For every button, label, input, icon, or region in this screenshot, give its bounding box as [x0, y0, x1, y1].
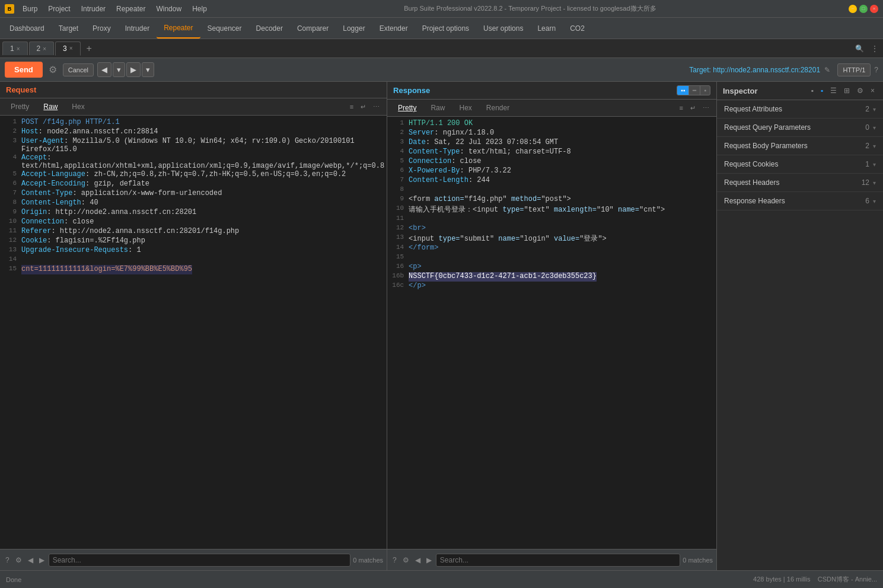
nav-intruder[interactable]: Intruder: [118, 18, 157, 39]
nav-target[interactable]: Target: [52, 18, 85, 39]
nav-user-options[interactable]: User options: [476, 18, 530, 39]
close-button[interactable]: ×: [870, 5, 878, 13]
nav-project-options[interactable]: Project options: [415, 18, 476, 39]
request-search-input[interactable]: [49, 554, 351, 567]
response-search-forward-icon[interactable]: ▶: [425, 554, 433, 566]
nav-sequencer[interactable]: Sequencer: [200, 18, 249, 39]
view-toggle-horizontal[interactable]: ━: [689, 86, 700, 95]
view-toggle-single[interactable]: ▪: [700, 86, 710, 95]
table-row: 6X-Powered-By: PHP/7.3.22: [387, 167, 716, 176]
list-item[interactable]: Response Headers6▾: [717, 192, 883, 210]
inspector-panel: Inspector ▪ ▪ ☰ ⊞ ⚙ × Request Attributes…: [717, 82, 883, 570]
response-more-icon[interactable]: ⋯: [700, 103, 712, 113]
nav-learn[interactable]: Learn: [530, 18, 563, 39]
list-item[interactable]: Request Attributes2▾: [717, 100, 883, 119]
response-tab-hex[interactable]: Hex: [453, 102, 477, 114]
inspector-view-icon1[interactable]: ▪: [808, 85, 815, 96]
response-format-icon[interactable]: ≡: [677, 103, 686, 113]
cancel-button[interactable]: Cancel: [63, 63, 94, 76]
request-more-icon[interactable]: ⋯: [371, 102, 382, 112]
menu-items: Burp Project Intruder Repeater Window He…: [18, 4, 212, 14]
table-row: 16c</p>: [387, 282, 716, 291]
inspector-close-icon[interactable]: ×: [868, 85, 877, 96]
list-item[interactable]: Request Headers12▾: [717, 174, 883, 192]
add-tab-button[interactable]: +: [82, 41, 97, 56]
request-search-back-icon[interactable]: ◀: [26, 554, 35, 566]
list-item[interactable]: Request Body Parameters2▾: [717, 137, 883, 155]
menu-help[interactable]: Help: [187, 4, 212, 14]
request-search-help-icon[interactable]: ?: [4, 554, 11, 566]
request-wordwrap-icon[interactable]: ↵: [358, 102, 368, 112]
table-row: 7Content-Length: 244: [387, 176, 716, 186]
nav-dashboard[interactable]: Dashboard: [2, 18, 52, 39]
tab-1[interactable]: 1 ×: [2, 41, 28, 55]
status-bar: Done 428 bytes | 16 millis CSDN博客 - Anni…: [0, 570, 883, 588]
response-code-area: 1HTTP/1.1 200 OK2Server: nginx/1.18.03Da…: [387, 117, 716, 549]
menu-window[interactable]: Window: [151, 4, 186, 14]
view-toggle-group: ▪▪ ━ ▪: [677, 85, 710, 95]
nav-decoder[interactable]: Decoder: [249, 18, 290, 39]
table-row: 16<p>: [387, 263, 716, 272]
list-item[interactable]: Request Cookies1▾: [717, 155, 883, 174]
inspector-settings-icon[interactable]: ⚙: [855, 85, 866, 96]
table-row: 13 <input type="submit" name="login" val…: [387, 234, 716, 244]
http-help-icon[interactable]: ?: [874, 66, 878, 74]
response-tab-render[interactable]: Render: [480, 102, 515, 114]
nav-proxy[interactable]: Proxy: [85, 18, 118, 39]
response-wordwrap-icon[interactable]: ↵: [688, 103, 698, 113]
tab-3[interactable]: 3 ×: [55, 41, 81, 56]
nav-co2[interactable]: CO2: [563, 18, 592, 39]
table-row: 3Date: Sat, 22 Jul 2023 07:08:54 GMT: [387, 138, 716, 148]
table-row: 2Server: nginx/1.18.0: [387, 129, 716, 138]
response-sub-tabs: Pretty Raw Hex Render ≡ ↵ ⋯: [387, 100, 716, 117]
inspector-items: Request Attributes2▾Request Query Parame…: [717, 100, 883, 210]
inspector-align-left-icon[interactable]: ☰: [828, 85, 839, 96]
request-tab-hex[interactable]: Hex: [66, 101, 90, 113]
response-sub-tab-icons: ≡ ↵ ⋯: [677, 103, 712, 113]
response-search-help-icon[interactable]: ?: [391, 554, 399, 566]
search-tabs-icon[interactable]: 🔍: [853, 42, 866, 55]
list-item[interactable]: Request Query Parameters0▾: [717, 119, 883, 137]
inspector-align-right-icon[interactable]: ⊞: [841, 85, 852, 96]
target-edit-icon[interactable]: ✎: [824, 66, 830, 74]
response-search-input[interactable]: [436, 554, 680, 567]
nav-repeater[interactable]: Repeater: [157, 18, 200, 39]
settings-icon[interactable]: ⚙: [46, 63, 59, 76]
nav-extender[interactable]: Extender: [372, 18, 415, 39]
request-search-settings-icon[interactable]: ⚙: [14, 554, 24, 566]
minimize-button[interactable]: −: [849, 5, 857, 13]
send-button[interactable]: Send: [5, 62, 43, 78]
nav-comparer[interactable]: Comparer: [290, 18, 336, 39]
forward-dropdown[interactable]: ▾: [142, 62, 154, 77]
tab-2[interactable]: 2 ×: [29, 41, 55, 55]
table-row: 9<form action="f14g.php" method="post">: [387, 195, 716, 204]
request-tab-pretty[interactable]: Pretty: [5, 101, 35, 113]
menu-repeater[interactable]: Repeater: [111, 4, 150, 14]
inspector-view-icon2[interactable]: ▪: [818, 85, 825, 96]
back-button[interactable]: ◀: [97, 62, 111, 77]
tab-1-close[interactable]: ×: [17, 46, 20, 52]
menu-burp[interactable]: Burp: [18, 4, 42, 14]
request-format-icon[interactable]: ≡: [348, 102, 356, 112]
request-tab-raw[interactable]: Raw: [37, 101, 63, 113]
request-sub-tab-icons: ≡ ↵ ⋯: [348, 102, 382, 112]
tab-3-close[interactable]: ×: [69, 45, 73, 52]
table-row: 16b NSSCTF{0cbc7433-d1c2-4271-acb1-2c3de…: [387, 272, 716, 282]
response-search-back-icon[interactable]: ◀: [413, 554, 422, 566]
view-toggle-split[interactable]: ▪▪: [677, 86, 689, 95]
toolbar: Send ⚙ Cancel ◀ ▾ ▶ ▾ Target: http://nod…: [0, 58, 883, 82]
http-version-button[interactable]: HTTP/1: [837, 63, 871, 76]
tab-options-icon[interactable]: ⋮: [869, 42, 881, 55]
request-code-area: 1POST /f14g.php HTTP/1.12Host: node2.ann…: [0, 116, 387, 549]
back-dropdown[interactable]: ▾: [113, 62, 125, 77]
request-search-forward-icon[interactable]: ▶: [37, 554, 46, 566]
response-tab-pretty[interactable]: Pretty: [392, 102, 422, 114]
tab-2-close[interactable]: ×: [43, 46, 46, 52]
nav-logger[interactable]: Logger: [336, 18, 372, 39]
menu-project[interactable]: Project: [43, 4, 75, 14]
menu-intruder[interactable]: Intruder: [76, 4, 110, 14]
response-tab-raw[interactable]: Raw: [425, 102, 451, 114]
response-search-settings-icon[interactable]: ⚙: [401, 554, 411, 566]
maximize-button[interactable]: □: [859, 5, 868, 13]
forward-button[interactable]: ▶: [126, 62, 141, 77]
